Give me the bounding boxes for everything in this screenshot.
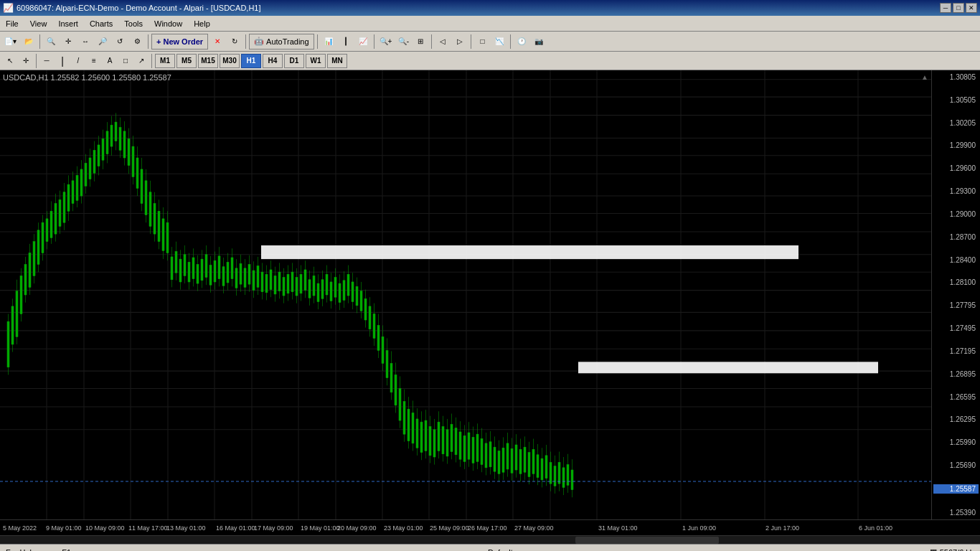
menu-insert[interactable]: Insert xyxy=(52,16,84,31)
scroll-thumb[interactable] xyxy=(575,537,719,544)
tf-m15[interactable]: M15 xyxy=(198,54,218,68)
time-label-13: 27 May 09:00 xyxy=(514,524,554,532)
refresh2-btn[interactable]: ↻ xyxy=(227,34,242,50)
tf-m30[interactable]: M30 xyxy=(220,54,240,68)
bar-chart-btn[interactable]: 📊 xyxy=(321,34,336,50)
price-10: 1.28100 xyxy=(933,278,979,286)
objects-btn[interactable]: □ xyxy=(474,34,490,50)
cursor-tool[interactable]: ↖ xyxy=(3,54,17,68)
indicators-btn[interactable]: 📉 xyxy=(491,34,507,50)
menu-tools[interactable]: Tools xyxy=(118,16,149,31)
price-2: 1.30505 xyxy=(933,96,979,104)
price-7: 1.29000 xyxy=(933,210,979,218)
new-chart-dropdown[interactable]: 📄▾ xyxy=(1,34,19,50)
time-label-4: 11 May 17:00 xyxy=(128,524,168,532)
text-tool[interactable]: A xyxy=(103,54,117,68)
zoom-out-btn[interactable]: 🔍- xyxy=(395,34,411,50)
menu-charts[interactable]: Charts xyxy=(84,16,118,31)
candle-chart-btn[interactable]: ┃ xyxy=(338,34,354,50)
tf-m5[interactable]: M5 xyxy=(176,54,197,68)
new-order-icon: + xyxy=(156,37,161,46)
tf-mn[interactable]: MN xyxy=(327,54,347,68)
line-chart-btn[interactable]: 📈 xyxy=(355,34,371,50)
time-axis-labels: 5 May 2022 9 May 01:00 10 May 09:00 11 M… xyxy=(3,520,928,535)
rectangle-tool[interactable]: □ xyxy=(118,54,133,68)
indicator-left[interactable]: ◁ xyxy=(435,34,451,50)
channel-tool[interactable]: ≡ xyxy=(87,54,101,68)
title-text: 60986047: Alpari-ECN-Demo - Demo Account… xyxy=(17,4,261,12)
time-label-2: 9 May 01:00 xyxy=(46,524,82,532)
price-scale: 1.30805 1.30505 1.30205 1.29900 1.29600 … xyxy=(931,70,980,519)
menu-bar: File View Insert Charts Tools Window Hel… xyxy=(0,16,980,32)
scroll-bar[interactable] xyxy=(0,535,980,544)
trendline-tool[interactable]: / xyxy=(71,54,85,68)
menu-view[interactable]: View xyxy=(24,16,53,31)
zoom-cursor[interactable]: 🔍 xyxy=(43,34,59,50)
arrow-tool[interactable]: ↗ xyxy=(134,54,149,68)
auto-trading-button[interactable]: 🤖 AutoTrading xyxy=(249,34,314,50)
outer-max-button[interactable]: □ xyxy=(953,3,964,13)
hline-tool[interactable]: ─ xyxy=(39,54,54,68)
time-label-14: 31 May 01:00 xyxy=(598,524,638,532)
chart-svg[interactable] xyxy=(0,70,931,519)
menu-help[interactable]: Help xyxy=(188,16,216,31)
chart-info: USDCAD,H1 1.25582 1.25600 1.25580 1.2558… xyxy=(3,73,171,82)
new-order-button[interactable]: + New Order xyxy=(151,34,208,50)
vline-tool[interactable]: | xyxy=(55,54,70,68)
open-btn[interactable]: 📂 xyxy=(21,34,37,50)
menu-window[interactable]: Window xyxy=(149,16,188,31)
time-label-6: 16 May 01:00 xyxy=(216,524,255,532)
title-bar-controls[interactable]: ─ □ ✕ xyxy=(940,3,977,13)
tf-d1[interactable]: D1 xyxy=(284,54,304,68)
sep2 xyxy=(148,34,149,49)
tf-h4[interactable]: H4 xyxy=(263,54,283,68)
menu-file[interactable]: File xyxy=(0,16,24,31)
crosshair-tool[interactable]: ✛ xyxy=(19,54,33,68)
properties-btn[interactable]: ⚙ xyxy=(129,34,145,50)
tf-m1[interactable]: M1 xyxy=(155,54,175,68)
zoom-in[interactable]: 🔎 xyxy=(95,34,110,50)
sep6 xyxy=(431,34,432,49)
price-12: 1.27495 xyxy=(933,324,979,332)
title-bar-left: 📈 60986047: Alpari-ECN-Demo - Demo Accou… xyxy=(3,3,261,13)
time-label-7: 17 May 09:00 xyxy=(254,524,293,532)
crosshair[interactable]: ✛ xyxy=(60,34,76,50)
time-label-1: 5 May 2022 xyxy=(3,524,37,532)
fit-chart-btn[interactable]: ⊞ xyxy=(413,34,428,50)
sep-t1 xyxy=(36,54,37,68)
clock-btn[interactable]: 🕐 xyxy=(514,34,529,50)
help-text: For Help, press F1 xyxy=(6,548,71,552)
memory-text: 5567/6 kb xyxy=(940,548,974,552)
sep4 xyxy=(317,34,318,49)
tf-h1[interactable]: H1 xyxy=(241,54,261,68)
price-13: 1.27195 xyxy=(933,347,979,355)
sep5 xyxy=(374,34,374,49)
toolbar2: ↖ ✛ ─ | / ≡ A □ ↗ M1 M5 M15 M30 H1 H4 D1… xyxy=(0,52,980,70)
price-11: 1.27795 xyxy=(933,301,979,309)
tf-w1[interactable]: W1 xyxy=(306,54,326,68)
time-label-17: 6 Jun 01:00 xyxy=(859,524,892,532)
screenshot-btn[interactable]: 📷 xyxy=(531,34,547,50)
app-icon: 📈 xyxy=(3,3,14,13)
resistance-zone-1 xyxy=(261,245,798,259)
outer-min-button[interactable]: ─ xyxy=(940,3,951,13)
time-label-10: 23 May 01:00 xyxy=(384,524,423,532)
scroll-left[interactable]: ↔ xyxy=(77,34,93,50)
indicator-right[interactable]: ▷ xyxy=(452,34,468,50)
title-bar: 📈 60986047: Alpari-ECN-Demo - Demo Accou… xyxy=(0,0,980,16)
price-9: 1.28400 xyxy=(933,256,979,264)
outer-close-button[interactable]: ✕ xyxy=(966,3,977,13)
price-3: 1.30205 xyxy=(933,119,979,127)
delete-btn[interactable]: ✕ xyxy=(209,34,225,50)
profile-text: Default xyxy=(488,548,513,552)
chart-panel[interactable]: USDCAD,H1 1.25582 1.25600 1.25580 1.2558… xyxy=(0,70,931,519)
zoom-in-btn[interactable]: 🔍+ xyxy=(377,34,395,50)
refresh-btn[interactable]: ↺ xyxy=(112,34,128,50)
auto-trading-icon: 🤖 xyxy=(254,37,264,46)
price-5: 1.29600 xyxy=(933,164,979,172)
time-label-12: 26 May 17:00 xyxy=(468,524,507,532)
price-14: 1.26895 xyxy=(933,370,979,378)
time-label-15: 1 Jun 09:00 xyxy=(682,524,716,532)
price-8: 1.28700 xyxy=(933,233,979,241)
price-15: 1.26595 xyxy=(933,393,979,401)
